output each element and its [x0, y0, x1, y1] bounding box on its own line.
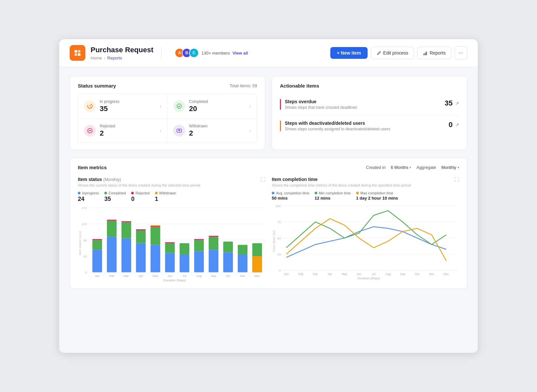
app-container: Purchase Request Home › Reports A B C 13… [59, 39, 478, 353]
svg-rect-35 [150, 245, 160, 272]
item-status-chart-desc: Shows the current status of the items cr… [78, 183, 265, 187]
header-actions: + New item Edit process Reports ··· [330, 46, 467, 59]
edit-process-button[interactable]: Edit process [371, 47, 414, 59]
actionable-item-overdue: Steps overdue Shows steps that have cros… [280, 94, 459, 115]
view-all-link[interactable]: View all [233, 51, 248, 56]
main-content: Status summary Total items: 59 In [59, 67, 478, 353]
svg-rect-31 [121, 221, 131, 222]
breadcrumb-home[interactable]: Home [91, 56, 102, 60]
svg-text:May: May [153, 274, 158, 278]
item-metrics-card: Item metrics Created in 6 Months ▾ Aggre… [70, 158, 467, 289]
status-info-rejected: Rejected 2 [100, 124, 156, 138]
svg-rect-53 [238, 245, 248, 254]
svg-text:Jan: Jan [284, 272, 288, 276]
svg-text:100: 100 [275, 204, 281, 208]
svg-rect-37 [150, 226, 160, 227]
rejected-count: 2 [100, 129, 156, 138]
svg-text:75: 75 [277, 220, 281, 224]
svg-text:129: 129 [81, 222, 87, 226]
svg-rect-39 [165, 253, 175, 272]
new-item-button[interactable]: + New item [330, 47, 368, 59]
svg-rect-42 [180, 254, 189, 272]
svg-text:86: 86 [83, 238, 87, 242]
status-cell-rejected[interactable]: Rejected 2 › [78, 119, 167, 143]
deactivated-info: Steps with deactivated/deleted users Sho… [285, 121, 445, 131]
legend-rejected: Rejected 0 [131, 191, 149, 203]
svg-text:Mar: Mar [313, 272, 318, 276]
svg-rect-40 [165, 243, 175, 253]
max-dot [356, 192, 359, 194]
svg-text:Duration (Days): Duration (Days) [357, 276, 380, 280]
members-section: A B C 130+ members View all [175, 48, 248, 58]
deactivated-border [280, 121, 281, 131]
svg-text:0: 0 [279, 269, 281, 272]
charts-row: ⛶ Item status (Monthly) Shows the curren… [78, 177, 459, 282]
aggregate-dropdown[interactable]: Monthly ▾ [441, 165, 459, 170]
svg-text:Aug: Aug [197, 274, 202, 278]
status-summary-header: Status summary Total items: 59 [78, 83, 257, 89]
withdrawn-icon [173, 125, 185, 137]
svg-rect-1 [78, 50, 80, 53]
legend-withdrawn: Withdrawn 1 [155, 191, 176, 203]
svg-text:50: 50 [277, 237, 281, 240]
status-cell-inprogress[interactable]: In progress 35 › [78, 94, 167, 119]
svg-rect-48 [209, 237, 218, 250]
rejected-icon [84, 125, 96, 137]
item-status-expand-icon[interactable]: ⛶ [261, 177, 265, 182]
svg-rect-27 [107, 220, 117, 237]
completion-expand-icon[interactable]: ⛶ [455, 177, 459, 182]
legend-completed: Completed 35 [104, 191, 126, 203]
completed-label: Completed [189, 99, 245, 104]
svg-rect-23 [92, 250, 102, 272]
created-in-dropdown[interactable]: 6 Months ▾ [391, 165, 411, 170]
svg-point-8 [177, 104, 182, 108]
svg-text:Time taken (hr): Time taken (hr) [272, 230, 276, 252]
completion-time-line-chart: Time taken (hr) 100 75 50 25 0 [272, 203, 459, 280]
svg-text:Jun: Jun [357, 272, 361, 276]
overdue-ext-link[interactable]: ↗ [455, 101, 459, 106]
deactivated-desc: Shows steps currently assigned to deacti… [285, 127, 445, 131]
inprogress-arrow: › [160, 104, 161, 109]
svg-rect-0 [75, 50, 77, 53]
svg-rect-49 [209, 236, 218, 237]
aggregate-label: Aggregate [416, 165, 436, 170]
status-cell-withdrawn[interactable]: Withdrawn 2 › [167, 119, 257, 143]
withdrawn-label: Withdrawn [189, 124, 245, 128]
metrics-controls: Created in 6 Months ▾ Aggregate Monthly … [366, 165, 459, 170]
overdue-info: Steps overdue Shows steps that have cros… [285, 99, 441, 110]
svg-text:Aug: Aug [386, 272, 391, 276]
reports-button[interactable]: Reports [417, 47, 451, 59]
completed-arrow: › [249, 104, 251, 109]
completed-icon [173, 100, 185, 112]
rejected-arrow: › [160, 128, 161, 133]
rejected-dot [131, 192, 134, 194]
deactivated-title: Steps with deactivated/deleted users [285, 121, 445, 126]
legend-max: Max completion time 1 day 2 hour 10 mins [356, 191, 398, 201]
completion-time-chart-desc: Shows the completion time metrics of the… [272, 183, 459, 187]
created-in-label: Created in [366, 165, 386, 170]
more-options-button[interactable]: ··· [455, 46, 467, 59]
svg-rect-45 [194, 240, 204, 252]
status-grid: In progress 35 › [78, 94, 257, 143]
svg-text:Oct: Oct [415, 272, 420, 276]
created-in-chevron: ▾ [409, 166, 411, 169]
status-cell-completed[interactable]: Completed 20 › [167, 94, 257, 119]
legend-inprogress: Inprogress 24 [78, 191, 99, 203]
svg-text:Feb: Feb [298, 272, 303, 276]
edit-icon [376, 51, 381, 56]
top-row: Status summary Total items: 59 In [70, 76, 467, 150]
svg-rect-25 [92, 239, 102, 240]
avg-dot [272, 192, 274, 194]
svg-rect-5 [425, 53, 426, 55]
svg-text:Nov: Nov [240, 274, 245, 278]
avatar-3: C [189, 48, 199, 58]
inprogress-label: In progress [100, 99, 156, 104]
breadcrumb: Home › Reports [91, 56, 153, 60]
completion-time-chart-panel: ⛶ Item completion time Shows the complet… [272, 177, 459, 282]
svg-rect-30 [121, 222, 131, 238]
actionable-items-title: Actionable items [280, 83, 319, 89]
deactivated-ext-link[interactable]: ↗ [455, 122, 459, 127]
completed-dot [104, 192, 107, 194]
item-status-legend: Inprogress 24 Completed 35 [78, 191, 265, 203]
status-summary-card: Status summary Total items: 59 In [70, 76, 265, 150]
